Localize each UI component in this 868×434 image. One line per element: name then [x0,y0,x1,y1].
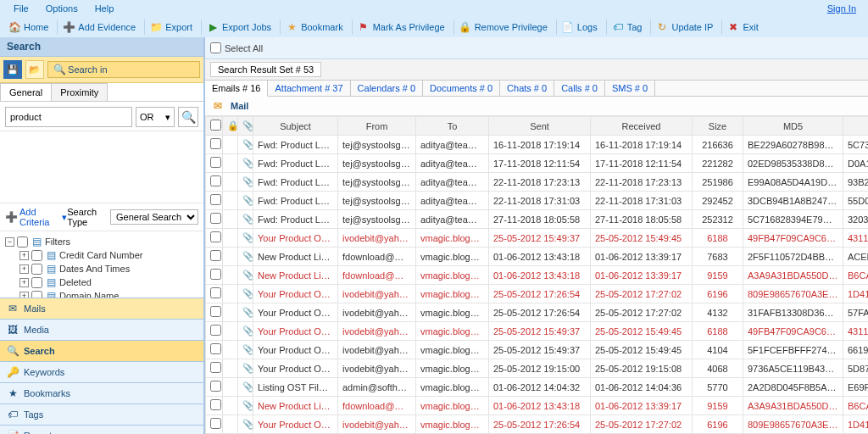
filter-checkbox[interactable] [31,277,42,288]
col-received[interactable]: Received [591,117,693,136]
row-checkbox[interactable] [210,287,221,298]
run-search-button[interactable]: 🔍 [178,107,198,127]
table-row[interactable]: 📎Your Product On …ivodebit@yahoo.c…vmagi… [206,415,869,434]
row-checkbox[interactable] [210,213,221,224]
tab-general[interactable]: General [0,83,52,101]
select-all-checkbox[interactable]: Select All [210,42,263,53]
bookmark-button[interactable]: ★Bookmark [280,19,348,35]
table-row[interactable]: 📎Your Product On …ivodebit@yahoo.c…vmagi… [206,359,869,378]
logs-button[interactable]: 📄Logs [556,19,603,35]
export-jobs-button[interactable]: ▶Export Jobs [201,19,276,35]
menu-file[interactable]: File [5,2,37,15]
category-tab[interactable]: SMS # 0 [605,81,655,96]
nav-search[interactable]: 🔍Search [0,340,203,361]
row-checkbox[interactable] [210,399,221,410]
save-search-button[interactable]: 💾 [3,60,22,79]
filter-label[interactable]: Domain Name [59,291,119,298]
category-tab[interactable]: Attachment # 37 [268,81,350,96]
table-row[interactable]: 📎Listing OST File C…admin@softholm…vmagi… [206,378,869,397]
result-set-tab[interactable]: Search Result Set # 53 [210,62,321,77]
table-row[interactable]: 📎Your Product On …ivodebit@yahoo.c…vmagi… [206,322,869,341]
col-md5[interactable]: MD5 [743,117,843,136]
nav-media[interactable]: 🖼Media [0,319,203,340]
table-row[interactable]: 📎Your Product On …ivodebit@yahoo.c…vmagi… [206,341,869,359]
nav-reports[interactable]: 📑Reports [0,425,203,434]
row-checkbox[interactable] [210,231,221,242]
row-checkbox[interactable] [210,306,221,317]
tab-proximity[interactable]: Proximity [51,83,108,101]
col-sha1[interactable]: SHA1 [843,117,869,136]
col-subject[interactable]: Subject [253,117,338,136]
row-checkbox[interactable] [210,418,221,429]
table-row[interactable]: 📎New Product Listi…fdownload@mail…vmagic… [206,397,869,415]
filter-checkbox[interactable] [31,264,42,275]
tree-expand[interactable]: + [19,251,29,260]
filter-checkbox[interactable] [31,250,42,261]
nav-keywords[interactable]: 🔑Keywords [0,361,203,382]
row-checkbox[interactable] [210,381,221,392]
nav-bookmarks[interactable]: ★Bookmarks [0,382,203,403]
category-tab[interactable]: Documents # 0 [423,81,500,96]
update-ip-button[interactable]: ↻Update IP [650,19,718,35]
col-from[interactable]: From [338,117,416,136]
table-row[interactable]: 📎Your Product On …ivodebit@yahoo.c…vmagi… [206,303,869,322]
category-tab[interactable]: Calendars # 0 [351,81,424,96]
col-attachment[interactable]: 📎 [238,117,253,136]
col-to[interactable]: To [416,117,489,136]
add-criteria-link[interactable]: ➕Add Criteria ▾ [5,207,67,227]
sign-in-link[interactable]: Sign In [821,2,863,15]
mark-privilege-button[interactable]: ⚑Mark As Privilege [352,19,450,35]
category-tab[interactable]: Emails # 16 [205,81,268,97]
row-checkbox[interactable] [210,250,221,261]
tree-expand[interactable]: + [19,292,29,298]
table-row[interactable]: 📎Fwd: Product Lau…tej@systoolsgrou…adity… [206,173,869,192]
table-row[interactable]: 📎Your Product On …ivodebit@yahoo.c…vmagi… [206,285,869,303]
col-check[interactable] [206,117,223,136]
filter-label[interactable]: Dates And Times [59,264,130,274]
row-checkbox[interactable] [210,138,221,149]
table-row[interactable]: 📎Fwd: Product Lau…tej@systoolsgrou…adity… [206,136,869,154]
filters-checkbox[interactable] [17,236,28,248]
search-input[interactable] [5,107,132,127]
tree-collapse[interactable]: − [5,237,14,247]
search-in-dropdown[interactable]: 🔍 Search in [47,61,200,78]
row-checkbox[interactable] [210,325,221,336]
table-row[interactable]: 📎Fwd: Product Lau…tej@systoolsgrou…adity… [206,154,869,173]
filter-label[interactable]: Credit Card Number [59,250,142,260]
table-row[interactable]: 📎New Product Listi…fdownload@mail…vmagic… [206,248,869,266]
col-lock[interactable]: 🔒 [223,117,238,136]
operator-dropdown[interactable]: OR▾ [136,107,175,127]
nav-mails[interactable]: ✉Mails [0,298,203,319]
row-checkbox[interactable] [210,175,221,186]
open-search-button[interactable]: 📂 [25,60,44,79]
category-tab[interactable]: Calls # 0 [554,81,605,96]
search-type-select[interactable]: General Search [110,209,198,225]
row-checkbox[interactable] [210,362,221,373]
home-button[interactable]: 🏠Home [3,19,53,35]
filter-checkbox[interactable] [31,291,42,298]
export-button[interactable]: 📁Export [144,19,198,35]
table-row[interactable]: 📎Your Product On …ivodebit@yahoo.c…vmagi… [206,229,869,248]
col-size[interactable]: Size [693,117,743,136]
filter-label[interactable]: Deleted [59,277,92,287]
category-tab[interactable]: Chats # 0 [500,81,554,96]
tag-button[interactable]: 🏷Tag [606,19,648,35]
menu-help[interactable]: Help [86,2,123,15]
row-checkbox[interactable] [210,269,221,280]
tree-expand[interactable]: + [19,264,29,274]
table-row[interactable]: 📎Fwd: Product Lau…tej@systoolsgrou…adity… [206,210,869,229]
filters-root-label[interactable]: Filters [45,236,70,247]
nav-tags[interactable]: 🏷Tags [0,403,203,425]
table-row[interactable]: 📎New Product Listi…fdownload@mail…vmagic… [206,266,869,285]
row-checkbox[interactable] [210,157,221,168]
remove-privilege-button[interactable]: 🔒Remove Privilege [453,19,553,35]
tree-expand[interactable]: + [19,278,29,287]
menu-options[interactable]: Options [37,2,86,15]
col-sent[interactable]: Sent [489,117,591,136]
add-evidence-button[interactable]: ➕Add Evidence [57,19,141,35]
table-row[interactable]: 📎Fwd: Product Lau…tej@systoolsgrou…adity… [206,192,869,210]
row-checkbox[interactable] [210,343,221,354]
row-checkbox[interactable] [210,194,221,205]
paperclip-icon: 📎 [238,303,253,322]
exit-button[interactable]: ✖Exit [721,19,763,35]
